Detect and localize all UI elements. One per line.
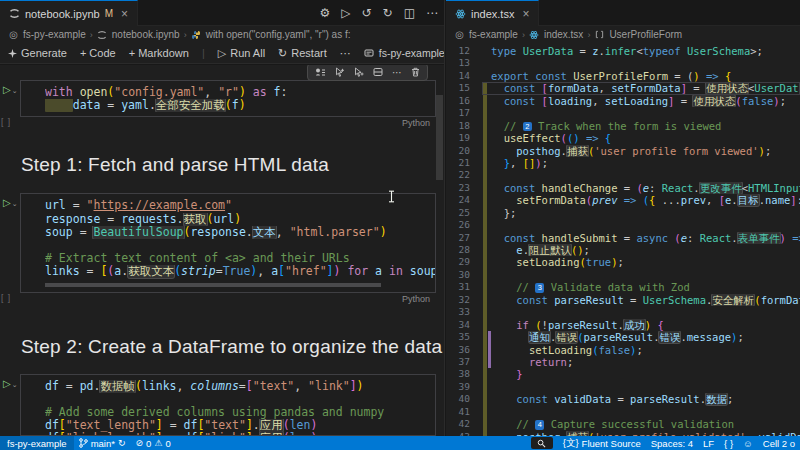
insert-cell-below-icon[interactable] (354, 67, 364, 77)
breadcrumb-symbol[interactable]: UserProfileForm (609, 29, 682, 40)
react-icon (455, 8, 466, 19)
status-bar-right: {文} Fluent Source Spaces: 4 LF { } ☺ Cel… (526, 436, 800, 450)
more-actions-icon[interactable]: ⋯ (392, 67, 402, 78)
markdown-heading-cell[interactable]: Step 1: Fetch and parse HTML data (0, 154, 444, 176)
restart-icon: ↻ (278, 47, 287, 60)
close-tab-icon[interactable]: × (121, 7, 128, 21)
code-editor[interactable]: 12type UserData = z.infer<typeof UserSch… (446, 43, 800, 436)
cell-editor[interactable]: url = "https://example.com"response = re… (20, 193, 436, 292)
code-text: setLoading(false); (491, 344, 800, 356)
line-number: 28 (446, 244, 470, 256)
notebook-code-cell: ▷⌄[ ]df = pd.数据帧(links, columns=["text",… (0, 374, 436, 437)
breadcrumb-file[interactable]: notebook.ipynb (112, 29, 180, 40)
delete-cell-icon[interactable] (411, 67, 420, 77)
markdown-heading-cell[interactable]: Step 2: Create a DataFrame to organize t… (0, 336, 444, 358)
line-number: 16 (446, 95, 470, 107)
add-code-button[interactable]: + Code (80, 47, 116, 59)
run-all-button[interactable]: ▷Run All (218, 47, 265, 60)
breadcrumb-root[interactable]: fs-py-example (23, 29, 86, 40)
chevron-right-icon: › (522, 30, 525, 40)
editor-gutter (470, 306, 491, 318)
indentation-item[interactable]: Spaces: 4 (646, 436, 698, 450)
status-bar: fs-py-example main* ↻ ⊘0 ⚠0 {文} Fluent S… (0, 436, 800, 450)
code-line: 24 setFormData(prev => ({ ...prev, [e.目标… (446, 194, 800, 206)
git-modified-bar (483, 219, 487, 231)
play-icon: ▷ (218, 47, 226, 60)
scrollbar-thumb[interactable] (45, 283, 381, 287)
restart-button[interactable]: ↻Restart (278, 47, 327, 60)
line-number: 41 (446, 406, 470, 418)
chevron-right-icon: › (587, 30, 590, 40)
cell-language-label[interactable]: Python (20, 293, 436, 305)
code-line: 17 (446, 107, 800, 119)
editor-gutter (470, 406, 491, 418)
symbol-icon (594, 29, 605, 40)
cell-main: df = pd.数据帧(links, columns=["text", "lin… (20, 374, 436, 437)
code-line: 16 const [loading, setLoading] = 使用状态(fa… (446, 95, 800, 107)
execute-above-icon[interactable] (315, 67, 326, 77)
cell-indicator[interactable]: Cell 2 o (758, 436, 800, 450)
tab-label: notebook.ipynb (25, 8, 100, 20)
breadcrumb-file[interactable]: index.tsx (544, 29, 583, 40)
code-line: 14export const UserProfileForm = () => { (446, 70, 800, 82)
zoom-indicator[interactable] (526, 436, 558, 450)
fluent-source-item[interactable]: {文} Fluent Source (558, 436, 646, 450)
line-number: 34 (446, 319, 470, 331)
code-line: links = [(a.获取文本(strip=True), a["href"])… (45, 265, 435, 278)
tab-notebook[interactable]: notebook.ipynb M × (0, 0, 138, 26)
code-line: 19 useEffect(() => { (446, 132, 800, 144)
restart-kernel-icon[interactable]: ↻ (383, 6, 393, 20)
more-toolbar-actions[interactable]: ⋯ (340, 47, 351, 60)
code-text: setFormData(prev => ({ ...prev, [e.目标.na… (491, 194, 800, 206)
line-number: 37 (446, 356, 470, 368)
git-branch-item[interactable]: main* ↻ (74, 436, 131, 450)
horizontal-scrollbar[interactable] (45, 283, 427, 287)
cell-editor[interactable]: df = pd.数据帧(links, columns=["text", "lin… (20, 374, 436, 436)
code-line: data = yaml.全部安全加载(f) (45, 99, 435, 112)
python-icon (191, 29, 202, 40)
run-cell-button[interactable]: ▷⌄ (3, 378, 18, 389)
run-icon[interactable]: ▷ (341, 6, 350, 20)
code-text: return; (491, 356, 800, 368)
add-markdown-button[interactable]: + Markdown (129, 47, 189, 59)
breadcrumb-symbol[interactable]: with open("config.yaml", "r") as f: (206, 29, 351, 40)
feedback-smiley-icon[interactable]: ☺ (738, 436, 758, 450)
editor-group-right: index.tsx × ◎ fs-example › index.tsx › U… (446, 0, 800, 436)
split-editor-icon[interactable]: ◫ (404, 6, 415, 20)
breadcrumb[interactable]: ◎ fs-example › index.tsx › UserProfileFo… (446, 26, 800, 43)
breadcrumb-root[interactable]: fs-example (469, 29, 518, 40)
breadcrumb[interactable]: ◎ fs-py-example › notebook.ipynb › with … (0, 26, 444, 43)
code-text: e.阻止默认(); (491, 244, 800, 256)
close-tab-icon[interactable]: × (522, 7, 529, 21)
git-modified-bar (483, 132, 487, 144)
problems-item[interactable]: ⊘0 ⚠0 (131, 436, 176, 450)
sparkle-icon (8, 49, 17, 58)
split-cell-icon[interactable] (373, 67, 383, 77)
kernel-picker[interactable]: fs-py-example (Python 3.13.4) (364, 47, 445, 59)
remote-indicator[interactable]: fs-py-example (0, 436, 74, 450)
notebook-content: ▷⌄[ ]with open("config.yaml", "r") as f:… (0, 65, 444, 436)
code-line: 28 e.阻止默认(); (446, 244, 800, 256)
language-mode-item[interactable]: { } (719, 436, 738, 450)
history-icon[interactable]: ↺ (362, 6, 372, 20)
run-cell-button[interactable]: ▷⌄ (3, 197, 18, 208)
code-text (491, 381, 800, 393)
tab-index-tsx[interactable]: index.tsx × (446, 0, 539, 26)
editor-gutter (470, 107, 491, 119)
settings-gear-icon[interactable]: ⚙ (320, 6, 331, 20)
cell-language-label[interactable]: Python (20, 117, 436, 129)
code-line: 30 (446, 269, 800, 281)
insert-cell-above-icon[interactable] (335, 67, 345, 77)
generate-button[interactable]: Generate (8, 47, 67, 59)
eol-item[interactable]: LF (698, 436, 719, 450)
code-line: 39 (446, 381, 800, 393)
more-actions-icon[interactable]: ⋯ (426, 6, 438, 20)
run-cell-button[interactable]: ▷⌄ (3, 84, 18, 95)
line-number: 21 (446, 157, 470, 169)
vertical-scrollbar[interactable] (436, 95, 443, 180)
cell-editor[interactable]: with open("config.yaml", "r") as f: data… (20, 80, 436, 117)
git-modified-bar (483, 418, 487, 430)
code-line: 12type UserData = z.infer<typeof UserSch… (446, 45, 800, 57)
editor-gutter (470, 356, 491, 368)
git-modified-bar (483, 145, 487, 157)
